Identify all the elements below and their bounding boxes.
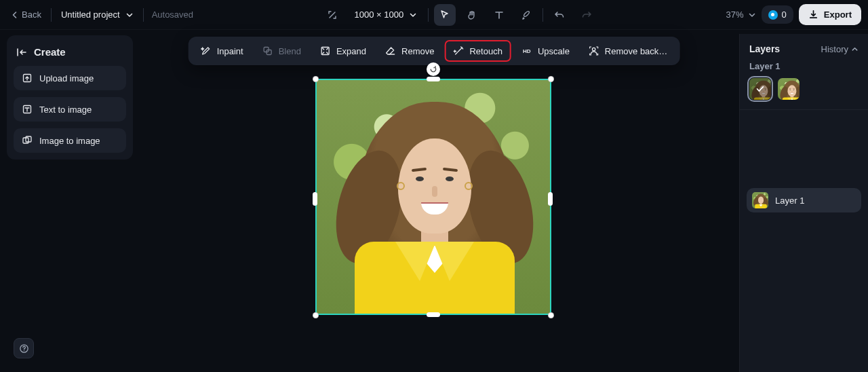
history-label: History	[821, 44, 848, 54]
remove-action[interactable]: Remove	[377, 41, 442, 61]
brush-tool-button[interactable]	[515, 4, 537, 26]
eraser-icon	[385, 45, 396, 56]
resize-icon	[327, 10, 338, 20]
retouch-action[interactable]: Retouch	[445, 41, 510, 61]
chevron-left-icon	[11, 11, 19, 19]
top-bar: Back Untitled project Autosaved 1000 × 1…	[0, 0, 868, 30]
layer-row-thumbnail	[752, 192, 768, 208]
credits-pill[interactable]: 0	[762, 5, 793, 24]
project-name-dropdown[interactable]: Untitled project	[57, 7, 138, 22]
layer-thumbnail-2[interactable]	[778, 78, 800, 100]
undo-button[interactable]	[549, 4, 570, 26]
layer-row-label: Layer 1	[775, 196, 804, 206]
retouch-label: Retouch	[469, 46, 502, 56]
canvas-dimensions-dropdown[interactable]: 1000 × 1000	[349, 7, 422, 22]
resize-handle-tr[interactable]	[548, 76, 554, 82]
sidebar-t2i-label: Text to image	[39, 105, 92, 115]
download-icon	[808, 10, 818, 20]
back-label: Back	[22, 10, 41, 20]
check-icon	[749, 78, 771, 100]
hand-icon	[467, 10, 477, 20]
remove_bg-label: Remove back…	[605, 46, 667, 56]
divider	[51, 8, 52, 22]
divider	[542, 8, 543, 22]
person-cut-icon	[589, 45, 599, 56]
inpaint-label: Inpaint	[217, 46, 243, 56]
chevron-down-icon	[409, 11, 417, 19]
upscale-label: Upscale	[538, 46, 570, 56]
hand-tool-button[interactable]	[461, 4, 483, 26]
layers-tab[interactable]: Layers	[749, 43, 780, 54]
sidebar-upload-label: Upload image	[39, 73, 94, 83]
sidebar-i2i-button[interactable]: Image to image	[14, 128, 126, 153]
expand-icon	[320, 45, 331, 56]
sidebar-t2i-button[interactable]: Text to image	[14, 97, 126, 122]
create-label: Create	[34, 46, 66, 58]
divider	[428, 8, 429, 22]
resize-handle-left[interactable]	[313, 192, 317, 206]
blend-icon	[262, 45, 273, 56]
canvas-selection[interactable]	[315, 79, 551, 315]
expand-label: Expand	[336, 46, 366, 56]
blend-label: Blend	[279, 46, 301, 56]
resize-handle-tl[interactable]	[313, 76, 319, 82]
resize-handle-bottom[interactable]	[427, 312, 440, 317]
layer-thumbnails	[740, 78, 868, 109]
wand-icon	[453, 45, 464, 56]
resize-handle-br[interactable]	[548, 312, 554, 318]
upscale-action[interactable]: HDUpscale	[513, 41, 578, 61]
export-button[interactable]: Export	[799, 4, 861, 25]
brush-icon	[521, 10, 532, 20]
history-tab[interactable]: History	[821, 44, 859, 54]
left-sidebar: Create Upload imageText to imageImage to…	[7, 35, 133, 160]
credits-icon	[768, 10, 778, 20]
expand-action[interactable]: Expand	[312, 41, 374, 61]
upload-icon	[22, 73, 33, 83]
svg-text:HD: HD	[523, 48, 531, 54]
svg-point-4	[593, 48, 595, 50]
remove_bg-action[interactable]: Remove back…	[580, 41, 675, 61]
help-icon	[19, 343, 29, 354]
cursor-icon	[439, 10, 450, 20]
rotate-handle[interactable]	[427, 62, 440, 76]
layer-row-1[interactable]: Layer 1	[747, 188, 861, 212]
blend-action: Blend	[254, 41, 309, 61]
resize-handle-top[interactable]	[427, 77, 440, 81]
create-header: Create	[14, 42, 126, 59]
canvas-dimensions-text: 1000 × 1000	[354, 10, 403, 20]
ai-action-bar: InpaintBlendExpandRemoveRetouchHDUpscale…	[189, 37, 680, 65]
redo-button[interactable]	[576, 4, 597, 26]
chevron-up-icon	[851, 45, 859, 53]
canvas-image	[317, 80, 550, 314]
layers-panel: Layers History Layer 1 Layer 1	[739, 34, 868, 372]
select-tool-button[interactable]	[434, 4, 456, 26]
chevron-down-icon	[748, 11, 756, 19]
pen-sparkle-icon	[201, 45, 212, 56]
undo-icon	[554, 10, 565, 20]
image-to-image-icon	[22, 135, 33, 146]
credits-value: 0	[782, 10, 787, 20]
back-button[interactable]: Back	[7, 7, 45, 22]
chevron-down-icon	[125, 11, 134, 19]
layer-thumbnail-1[interactable]	[749, 78, 771, 100]
sidebar-upload-button[interactable]: Upload image	[14, 66, 126, 90]
zoom-dropdown[interactable]: 37%	[726, 10, 756, 20]
current-layer-name: Layer 1	[740, 60, 868, 78]
sidebar-i2i-label: Image to image	[39, 136, 100, 146]
resize-handle-bl[interactable]	[313, 312, 319, 318]
remove-label: Remove	[401, 46, 434, 56]
zoom-value: 37%	[726, 10, 744, 20]
help-button[interactable]	[14, 338, 34, 358]
divider	[143, 8, 144, 22]
create-icon	[16, 47, 27, 58]
export-label: Export	[824, 10, 852, 20]
canvas-resize-button[interactable]	[321, 4, 343, 26]
project-name-text: Untitled project	[61, 10, 120, 20]
redo-icon	[581, 10, 592, 20]
text-to-image-icon	[22, 104, 33, 115]
resize-handle-right[interactable]	[548, 192, 553, 206]
autosaved-label: Autosaved	[152, 10, 193, 20]
text-tool-button[interactable]	[488, 4, 510, 26]
inpaint-action[interactable]: Inpaint	[193, 41, 252, 61]
text-icon	[494, 10, 505, 20]
